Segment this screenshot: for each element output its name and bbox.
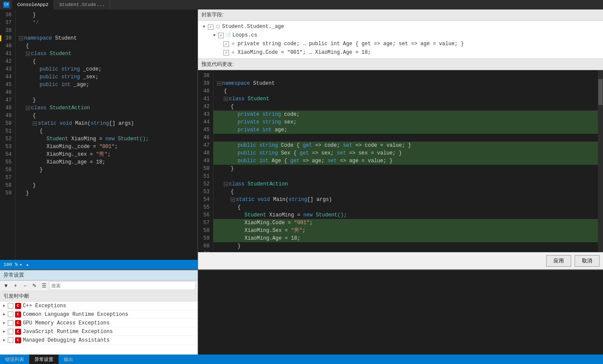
exc-toggle-3[interactable]: ▶ [2, 329, 7, 334]
filter-button[interactable]: ▼ [2, 281, 10, 290]
tree-checkbox-root[interactable] [208, 24, 213, 30]
code-line-54: XiaoMing._sex = "男"; [15, 151, 198, 158]
tree-toggle-child0[interactable]: ▼ [212, 33, 217, 38]
code-line-40: { [15, 42, 198, 50]
zoom-dropdown[interactable]: ▾ [19, 262, 22, 268]
collapse-p52[interactable]: − [224, 182, 228, 186]
ln-57: 57 [2, 174, 12, 182]
code-area[interactable]: 36 37 38 39 40 41 42 43 44 45 46 47 48 4… [0, 9, 198, 260]
preview-line-49: public int Age { get => age; set => age … [213, 157, 603, 165]
code-line-50: − static void Main(string[] args) [15, 120, 198, 127]
code-line-51: { [15, 127, 198, 135]
section-header: 引发时中断 [0, 291, 198, 302]
exc-toggle-0[interactable]: ▶ [2, 303, 7, 308]
preview-line-42: { [213, 103, 603, 111]
tree-item-child0[interactable]: ▼ 📄 Loops.cs [201, 31, 600, 40]
scroll-left[interactable]: ◂ [26, 262, 29, 268]
search-input[interactable] [49, 281, 196, 290]
add-button[interactable]: + [11, 281, 20, 290]
exc-checkbox-1[interactable] [8, 312, 13, 317]
preview-line-51 [213, 173, 603, 180]
preview-line-43: private string code; [213, 111, 603, 118]
preview-line-57: XiaoMing.Code = "001"; [213, 219, 603, 227]
ln-50: 50 [2, 120, 12, 127]
exc-checkbox-3[interactable] [8, 329, 13, 334]
member-icon-0: ≡ [230, 41, 236, 47]
preview-code-content[interactable]: − namespace Student { − class Student { … [213, 70, 603, 252]
title-tab-0[interactable]: ConsoleApp2 [12, 0, 54, 9]
bottom-tab-2[interactable]: 输出 [59, 355, 78, 364]
apply-button[interactable]: 应用 [546, 255, 571, 267]
exc-toggle-4[interactable]: ▶ [2, 338, 7, 343]
ln-37: 37 [2, 19, 12, 27]
exc-checkbox-0[interactable] [8, 303, 13, 308]
encap-title: 封装字段: [198, 9, 603, 21]
collapse-p41[interactable]: − [224, 97, 228, 101]
code-line-49: { [15, 112, 198, 120]
code-line-46 [15, 89, 198, 96]
tree-label-root: Student.Student._age [222, 24, 284, 30]
collapse-p39[interactable]: − [217, 81, 221, 86]
zoom-level[interactable]: 100 % [3, 262, 18, 267]
tree-item-gc1[interactable]: ≡ XiaoMing.Code = "001"; … XiaoMing.Age … [201, 48, 600, 57]
ln-43: 43 [2, 65, 12, 73]
code-line-59: } [15, 189, 198, 197]
preview-scrollbar-v[interactable] [598, 70, 603, 252]
code-content[interactable]: } */ − namespace Student { − class Stude… [15, 9, 198, 260]
remove-button[interactable]: − [21, 281, 29, 290]
preview-line-45: private int age; [213, 126, 603, 134]
code-line-37: */ [15, 19, 198, 27]
code-line-41: − class Student [15, 50, 198, 58]
exception-item-0[interactable]: ▶ C C++ Exceptions [0, 302, 198, 310]
bottom-panel-title: 异常设置 [0, 270, 198, 281]
code-line-52: Student XiaoMing = new Student(); [15, 135, 198, 143]
exception-item-3[interactable]: ▶ C JavaScript Runtime Exceptions [0, 327, 198, 336]
preview-code-area[interactable]: 38 39 40 41 42 43 44 45 46 47 48 49 50 5… [198, 70, 603, 252]
ln-52: 52 [2, 135, 12, 143]
preview-panel: 预览代码更改: 38 39 40 41 42 43 44 45 46 47 48 [198, 59, 603, 269]
preview-line-58: XiaoMing.Sex = "男"; [213, 227, 603, 234]
exc-icon-1: C [15, 312, 21, 318]
collapse-41[interactable]: − [26, 52, 30, 56]
tree-toggle-root[interactable]: ▼ [201, 24, 207, 29]
bottom-tabs: 错误列表 异常设置 输出 [0, 355, 603, 364]
exception-item-1[interactable]: ▶ C Common Language Runtime Exceptions [0, 310, 198, 319]
exc-toggle-2[interactable]: ▶ [2, 321, 7, 326]
preview-line-56: Student XiaoMing = new Student(); [213, 211, 603, 219]
cancel-button[interactable]: 取消 [575, 255, 600, 267]
collapse-39[interactable]: − [19, 36, 23, 40]
exception-item-2[interactable]: ▶ C GPU Memory Access Exceptions [0, 319, 198, 327]
ln-56: 56 [2, 166, 12, 174]
bottom-tab-1[interactable]: 异常设置 [29, 355, 59, 364]
tree-checkbox-gc0[interactable] [223, 41, 229, 47]
ln-45: 45 [2, 81, 12, 89]
tree-checkbox-gc1[interactable] [223, 50, 229, 56]
field-icon: ⬡ [215, 24, 221, 30]
exc-checkbox-2[interactable] [8, 320, 13, 326]
preview-line-61 [213, 250, 603, 252]
tree-checkbox-child0[interactable] [218, 33, 224, 38]
preview-line-40: { [213, 87, 603, 95]
preview-line-39: − namespace Student [213, 80, 603, 87]
bottom-right [198, 270, 603, 355]
tree-label-child0: Loops.cs [232, 32, 257, 38]
code-line-36: } [15, 11, 198, 19]
preview-scrollbar-thumb[interactable] [598, 79, 603, 105]
tree-item-gc0[interactable]: ≡ private string code; … public int Age … [201, 40, 600, 48]
bottom-tab-0[interactable]: 错误列表 [0, 355, 29, 364]
toolbar-row: ▼ + − ✎ ☰ [0, 281, 198, 291]
edit-button[interactable]: ✎ [30, 281, 39, 290]
collapse-50[interactable]: − [33, 121, 37, 126]
preview-line-50: } [213, 165, 603, 173]
code-line-45: public int _age; [15, 81, 198, 89]
exc-toggle-1[interactable]: ▶ [2, 312, 7, 317]
collapse-p54[interactable]: − [231, 197, 235, 202]
title-tab-1[interactable]: Student.Stude... [54, 0, 111, 9]
exc-checkbox-4[interactable] [8, 337, 13, 343]
tree-item-root[interactable]: ▼ ⬡ Student.Student._age [201, 22, 600, 31]
ln-51: 51 [2, 127, 12, 135]
exc-label-0: C++ Exceptions [23, 303, 66, 309]
exception-item-4[interactable]: ▶ C Managed Debugging Assistants [0, 336, 198, 345]
group-button[interactable]: ☰ [40, 281, 48, 290]
collapse-48[interactable]: − [26, 106, 30, 110]
